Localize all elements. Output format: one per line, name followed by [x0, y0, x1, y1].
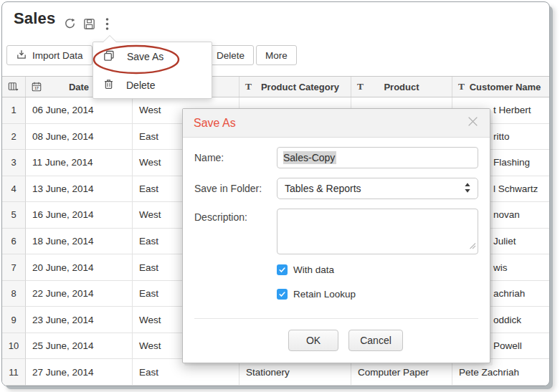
header-product-category[interactable]: T Product Category	[239, 77, 351, 97]
with-data-label: With data	[293, 264, 334, 275]
copy-icon	[103, 49, 115, 64]
dialog-body: Name: Sales-Copy Save in Folder: Tables …	[183, 138, 490, 351]
checkmark-icon	[278, 288, 286, 301]
retain-lookup-checkbox-row[interactable]: Retain Lookup	[277, 289, 478, 300]
cancel-button[interactable]: Cancel	[348, 330, 403, 351]
name-input-value: Sales-Copy	[283, 151, 336, 164]
description-textarea[interactable]	[277, 209, 478, 254]
save-in-folder-label: Save in Folder:	[194, 178, 277, 194]
save-icon	[82, 17, 96, 31]
header-product-label: Product	[384, 82, 419, 92]
cell-date[interactable]: 23 June, 2014	[26, 307, 133, 333]
folder-select-value: Tables & Reports	[285, 183, 361, 194]
close-button[interactable]	[466, 117, 479, 130]
cell-date[interactable]: 16 June, 2014	[26, 202, 133, 229]
header-row-selector[interactable]	[2, 77, 26, 97]
menu-save-as-label: Save As	[127, 51, 163, 62]
save-as-dialog: Save As Name: Sales-Copy	[182, 108, 490, 363]
select-stepper-icon	[464, 182, 471, 196]
import-data-label: Import Data	[32, 50, 83, 61]
import-icon	[16, 49, 27, 62]
kebab-menu-icon	[105, 17, 109, 31]
table-columns-icon	[7, 81, 19, 93]
with-data-checkbox[interactable]	[277, 264, 288, 275]
header-product-category-label: Product Category	[251, 82, 339, 92]
delete-button[interactable]: Delete	[207, 45, 254, 65]
text-type-icon: T	[245, 81, 252, 92]
more-button[interactable]: More	[256, 45, 297, 65]
cell-date[interactable]: 27 June, 2014	[26, 359, 133, 386]
row-number: 7	[2, 254, 26, 281]
text-type-icon: T	[357, 81, 364, 92]
cell-date[interactable]: 22 June, 2014	[26, 281, 133, 307]
name-input[interactable]: Sales-Copy	[277, 147, 478, 168]
more-options-button[interactable]	[102, 16, 112, 31]
cell-date[interactable]: 25 June, 2014	[26, 333, 133, 360]
table-header-row: 17 Date T Product Category T Product T C…	[2, 76, 550, 97]
row-number: 6	[2, 229, 26, 255]
calendar-icon: 17	[31, 81, 42, 92]
folder-select[interactable]: Tables & Reports	[277, 178, 478, 199]
text-type-icon: T	[458, 81, 465, 92]
screenshot-stage: Sales	[0, 0, 560, 392]
row-number: 2	[2, 124, 26, 150]
dialog-divider	[194, 318, 478, 319]
cell-date[interactable]: 13 June, 2014	[26, 176, 133, 203]
menu-item-save-as[interactable]: Save As	[93, 42, 212, 71]
delete-label: Delete	[217, 50, 245, 61]
close-icon	[467, 115, 479, 130]
retain-lookup-checkbox[interactable]	[277, 289, 288, 300]
row-number: 3	[2, 150, 26, 176]
retain-lookup-label: Retain Lookup	[293, 289, 356, 300]
row-number: 1	[2, 97, 26, 124]
row-number: 5	[2, 202, 26, 229]
row-number: 4	[2, 176, 26, 203]
row-number: 10	[2, 333, 26, 360]
cell-date[interactable]: 11 June, 2014	[26, 150, 133, 176]
dialog-title: Save As	[194, 117, 236, 130]
row-number: 9	[2, 307, 26, 333]
header-date-label: Date	[69, 82, 89, 92]
row-number: 11	[2, 359, 26, 386]
cell-date[interactable]: 06 June, 2014	[26, 97, 133, 124]
trash-icon	[103, 78, 115, 92]
save-button[interactable]	[82, 16, 96, 31]
more-label: More	[265, 50, 288, 61]
import-data-button[interactable]: Import Data	[6, 45, 92, 65]
svg-text:17: 17	[34, 87, 39, 90]
ok-button[interactable]: OK	[288, 330, 338, 351]
description-label: Description:	[194, 209, 277, 223]
context-menu: Save As Delete	[92, 42, 212, 99]
dialog-header: Save As	[183, 109, 490, 138]
header-customer-name[interactable]: T Customer Name	[452, 77, 550, 97]
with-data-checkbox-row[interactable]: With data	[277, 264, 478, 275]
header-customer-name-label: Customer Name	[462, 82, 541, 92]
name-label: Name:	[194, 147, 277, 163]
refresh-button[interactable]	[62, 16, 77, 31]
refresh-icon	[63, 17, 77, 31]
row-number: 8	[2, 281, 26, 307]
resize-handle-icon[interactable]	[469, 239, 476, 252]
cell-date[interactable]: 20 June, 2014	[26, 254, 133, 281]
cell-date[interactable]: 18 June, 2014	[26, 229, 133, 255]
cell-date[interactable]: 08 June, 2014	[26, 124, 133, 150]
page-title: Sales	[14, 9, 56, 28]
app-window: Sales	[1, 1, 550, 386]
header-product[interactable]: T Product	[351, 77, 452, 97]
menu-item-delete[interactable]: Delete	[93, 71, 212, 100]
menu-delete-label: Delete	[126, 80, 155, 91]
checkmark-icon	[278, 264, 286, 277]
